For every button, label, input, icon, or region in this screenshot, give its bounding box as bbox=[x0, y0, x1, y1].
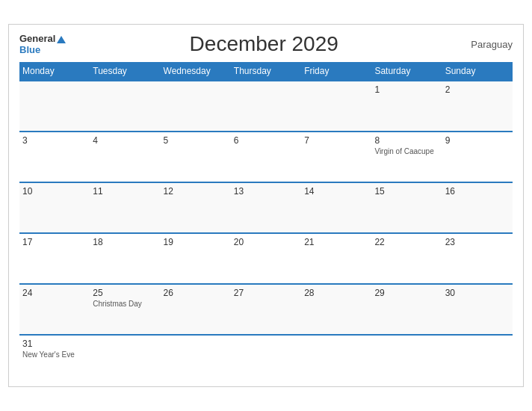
day-cell: 22 bbox=[371, 233, 442, 284]
day-number: 18 bbox=[93, 237, 157, 247]
header-wednesday: Wednesday bbox=[161, 62, 231, 81]
day-cell: 23 bbox=[442, 233, 513, 284]
day-number: 28 bbox=[304, 288, 368, 298]
day-number: 25 bbox=[93, 288, 157, 298]
week-row-2: 345678Virgin of Caacupe9 bbox=[19, 132, 513, 182]
day-number: 5 bbox=[164, 135, 228, 146]
day-cell: 8Virgin of Caacupe bbox=[371, 132, 442, 182]
day-cell: 15 bbox=[371, 182, 442, 233]
day-number: 13 bbox=[234, 186, 298, 197]
day-number: 3 bbox=[22, 135, 87, 146]
country-label: Paraguay bbox=[460, 39, 513, 50]
day-cell: 3 bbox=[19, 132, 90, 182]
day-cell: 31New Year's Eve bbox=[19, 335, 90, 376]
day-cell: 21 bbox=[301, 233, 371, 284]
logo-general: General bbox=[19, 33, 55, 44]
day-number: 9 bbox=[445, 135, 510, 146]
day-number: 2 bbox=[445, 84, 510, 95]
day-cell: 9 bbox=[442, 132, 513, 182]
calendar-container: General Blue December 2029 Paraguay Mond… bbox=[8, 24, 524, 387]
calendar-table: Monday Tuesday Wednesday Thursday Friday… bbox=[19, 62, 513, 376]
logo-blue: Blue bbox=[19, 44, 40, 55]
day-number: 22 bbox=[374, 237, 439, 247]
header-thursday: Thursday bbox=[231, 62, 301, 81]
event-label: Virgin of Caacupe bbox=[374, 147, 439, 155]
day-cell: 30 bbox=[442, 284, 513, 335]
day-cell: 4 bbox=[90, 132, 160, 182]
day-number: 6 bbox=[234, 135, 298, 146]
day-cell bbox=[231, 335, 301, 376]
day-number: 23 bbox=[445, 237, 510, 247]
header-sunday: Sunday bbox=[442, 62, 513, 81]
day-cell: 24 bbox=[19, 284, 90, 335]
day-cell bbox=[231, 81, 301, 132]
day-number: 21 bbox=[304, 237, 368, 247]
day-number: 29 bbox=[374, 288, 439, 298]
day-cell: 29 bbox=[371, 284, 442, 335]
day-cell: 6 bbox=[231, 132, 301, 182]
week-row-4: 17181920212223 bbox=[19, 233, 513, 284]
calendar-header: General Blue December 2029 Paraguay bbox=[19, 32, 513, 56]
day-number: 30 bbox=[445, 288, 510, 298]
logo-triangle-icon bbox=[56, 34, 66, 45]
week-row-6: 31New Year's Eve bbox=[19, 335, 513, 376]
week-row-5: 2425Christmas Day2627282930 bbox=[19, 284, 513, 335]
day-cell: 10 bbox=[19, 182, 90, 233]
day-number: 19 bbox=[164, 237, 228, 247]
header-tuesday: Tuesday bbox=[90, 62, 160, 81]
day-cell bbox=[371, 335, 442, 376]
day-cell: 28 bbox=[301, 284, 371, 335]
weekday-header-row: Monday Tuesday Wednesday Thursday Friday… bbox=[19, 62, 513, 81]
day-number: 11 bbox=[93, 186, 157, 197]
header-friday: Friday bbox=[301, 62, 371, 81]
day-cell: 11 bbox=[90, 182, 160, 233]
day-cell: 1 bbox=[371, 81, 442, 132]
day-number: 12 bbox=[164, 186, 228, 197]
day-number: 7 bbox=[304, 135, 368, 146]
day-cell: 13 bbox=[231, 182, 301, 233]
day-cell: 5 bbox=[161, 132, 231, 182]
day-cell: 2 bbox=[442, 81, 513, 132]
calendar-body: 12345678Virgin of Caacupe910111213141516… bbox=[19, 81, 513, 376]
day-cell bbox=[90, 335, 160, 376]
day-cell: 20 bbox=[231, 233, 301, 284]
day-cell: 25Christmas Day bbox=[90, 284, 160, 335]
day-cell bbox=[442, 335, 513, 376]
week-row-1: 12 bbox=[19, 81, 513, 132]
day-cell: 19 bbox=[161, 233, 231, 284]
day-cell bbox=[301, 81, 371, 132]
day-number: 27 bbox=[234, 288, 298, 298]
day-number: 24 bbox=[22, 288, 87, 298]
day-cell bbox=[90, 81, 160, 132]
day-cell: 18 bbox=[90, 233, 160, 284]
day-number: 14 bbox=[304, 186, 368, 197]
day-cell: 17 bbox=[19, 233, 90, 284]
day-number: 4 bbox=[93, 135, 157, 146]
day-number: 10 bbox=[22, 186, 87, 197]
day-number: 20 bbox=[234, 237, 298, 247]
week-row-3: 10111213141516 bbox=[19, 182, 513, 233]
logo-text: General Blue bbox=[19, 34, 67, 55]
day-number: 16 bbox=[445, 186, 510, 197]
day-cell: 12 bbox=[161, 182, 231, 233]
day-number: 31 bbox=[22, 339, 87, 349]
day-cell: 14 bbox=[301, 182, 371, 233]
month-title: December 2029 bbox=[67, 32, 460, 56]
svg-marker-0 bbox=[57, 36, 66, 43]
day-cell bbox=[301, 335, 371, 376]
day-cell: 7 bbox=[301, 132, 371, 182]
day-cell: 16 bbox=[442, 182, 513, 233]
logo: General Blue bbox=[19, 34, 67, 55]
header-monday: Monday bbox=[19, 62, 90, 81]
day-cell bbox=[161, 81, 231, 132]
day-number: 17 bbox=[22, 237, 87, 247]
day-number: 26 bbox=[164, 288, 228, 298]
day-cell: 27 bbox=[231, 284, 301, 335]
header-saturday: Saturday bbox=[371, 62, 442, 81]
day-number: 1 bbox=[374, 84, 439, 95]
day-cell: 26 bbox=[161, 284, 231, 335]
day-number: 15 bbox=[374, 186, 439, 197]
day-cell bbox=[19, 81, 90, 132]
day-cell bbox=[161, 335, 231, 376]
day-number: 8 bbox=[374, 135, 439, 146]
